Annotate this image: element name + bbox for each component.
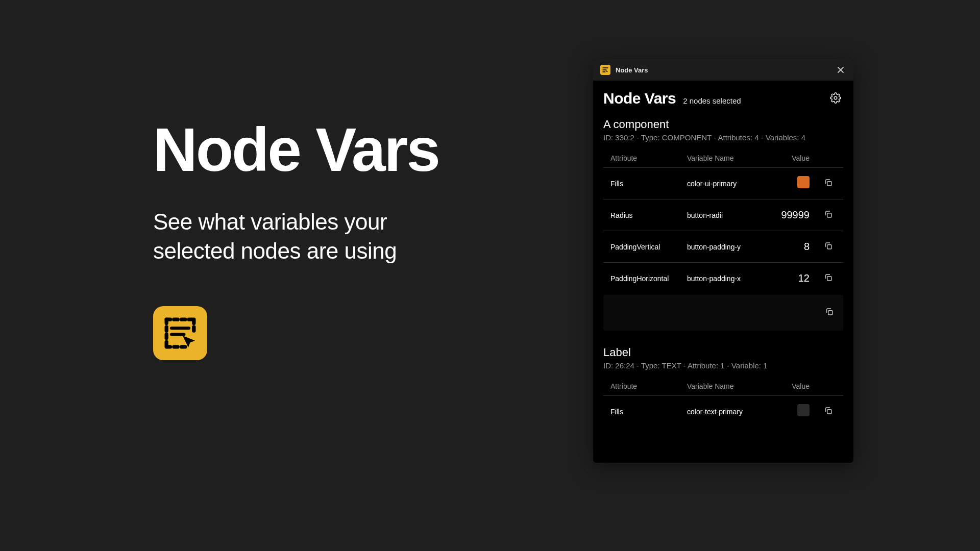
svg-rect-2 (827, 213, 831, 217)
cell-attribute: Fills (610, 180, 687, 188)
svg-rect-1 (827, 182, 831, 186)
col-value: Value (764, 154, 810, 162)
cell-varname: color-text-primary (687, 408, 764, 416)
cell-value (764, 176, 810, 191)
hero-subtitle-line1: See what variables your (153, 209, 387, 234)
cell-attribute: Radius (610, 211, 687, 219)
close-icon (837, 66, 844, 73)
gear-icon (830, 92, 841, 104)
svg-point-0 (834, 96, 837, 99)
copy-icon (824, 178, 833, 187)
panel-titlebar: Node Vars (593, 59, 853, 81)
app-logo (153, 306, 207, 360)
node-title: A component (603, 118, 843, 131)
cell-value: 8 (764, 241, 810, 253)
plugin-panel: Node Vars Node Vars 2 nodes selected (593, 59, 853, 463)
close-button[interactable] (835, 64, 846, 76)
panel-header: Node Vars 2 nodes selected (603, 90, 843, 108)
copy-button[interactable] (822, 208, 835, 222)
copy-button[interactable] (822, 176, 835, 191)
copy-icon (824, 406, 833, 415)
selection-cursor-icon (160, 313, 200, 353)
variables-table: Attribute Variable Name Value Fills colo… (603, 377, 843, 427)
cell-varname: button-padding-y (687, 243, 764, 251)
table-row: Fills color-text-primary (603, 396, 843, 427)
color-swatch (797, 404, 810, 416)
copy-icon (824, 273, 833, 282)
cell-varname: button-padding-x (687, 274, 764, 283)
node-meta: ID: 330:2 - Type: COMPONENT - Attributes… (603, 133, 843, 142)
svg-rect-3 (827, 245, 831, 249)
cell-varname: color-ui-primary (687, 180, 764, 188)
node-block: Label ID: 26:24 - Type: TEXT - Attribute… (603, 346, 843, 427)
panel-heading: Node Vars (603, 90, 676, 107)
table-row: Radius button-radii 99999 (603, 199, 843, 231)
col-attribute: Attribute (610, 382, 687, 390)
settings-button[interactable] (828, 90, 843, 108)
color-swatch (797, 176, 810, 188)
cell-varname: button-radii (687, 211, 764, 219)
copy-all-button[interactable] (823, 305, 836, 320)
svg-rect-5 (828, 311, 832, 315)
cell-value (764, 404, 810, 419)
svg-rect-6 (827, 410, 831, 414)
cell-value: 12 (764, 272, 810, 284)
hero-title: Node Vars (153, 117, 439, 182)
col-varname: Variable Name (687, 382, 764, 390)
variables-table: Attribute Variable Name Value Fills colo… (603, 149, 843, 331)
col-value: Value (764, 382, 810, 390)
hero: Node Vars See what variables your select… (153, 117, 439, 360)
copy-icon (824, 241, 833, 251)
selection-count: 2 nodes selected (683, 96, 741, 105)
table-header: Attribute Variable Name Value (603, 377, 843, 396)
copy-all-row (603, 295, 843, 331)
copy-button[interactable] (822, 271, 835, 286)
node-block: A component ID: 330:2 - Type: COMPONENT … (603, 118, 843, 331)
copy-icon (824, 210, 833, 219)
table-row: PaddingVertical button-padding-y 8 (603, 231, 843, 263)
panel-titlebar-title: Node Vars (616, 66, 648, 74)
table-row: Fills color-ui-primary (603, 168, 843, 199)
copy-icon (825, 307, 834, 316)
cell-value: 99999 (764, 209, 810, 221)
node-meta: ID: 26:24 - Type: TEXT - Attribute: 1 - … (603, 361, 843, 370)
copy-button[interactable] (822, 239, 835, 254)
col-varname: Variable Name (687, 154, 764, 162)
cell-attribute: PaddingHorizontal (610, 274, 687, 283)
hero-subtitle-line2: selected nodes are using (153, 238, 397, 263)
node-title: Label (603, 346, 843, 359)
panel-titlebar-icon (600, 65, 610, 75)
hero-subtitle: See what variables your selected nodes a… (153, 207, 439, 265)
table-header: Attribute Variable Name Value (603, 149, 843, 168)
svg-rect-4 (827, 277, 831, 281)
cell-attribute: Fills (610, 408, 687, 416)
col-attribute: Attribute (610, 154, 687, 162)
copy-button[interactable] (822, 404, 835, 419)
cell-attribute: PaddingVertical (610, 243, 687, 251)
table-row: PaddingHorizontal button-padding-x 12 (603, 263, 843, 294)
